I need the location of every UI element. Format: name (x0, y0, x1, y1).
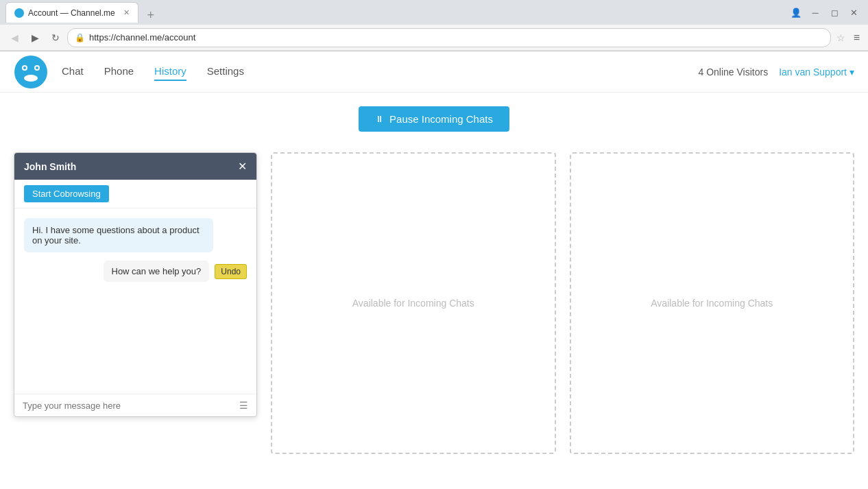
active-tab[interactable]: Account — Channel.me ✕ (5, 2, 138, 23)
bookmark-button[interactable]: ☆ (834, 32, 848, 43)
message-outgoing-area-1: How can we help you? Undo (24, 261, 247, 282)
profile-button[interactable]: 👤 (787, 5, 805, 20)
nav-link-chat[interactable]: Chat (62, 62, 84, 81)
restore-button[interactable]: ◻ (825, 5, 843, 20)
forward-button[interactable]: ▶ (26, 29, 44, 47)
nav-link-phone[interactable]: Phone (104, 62, 134, 81)
pause-incoming-chats-button[interactable]: ⏸ Pause Incoming Chats (359, 106, 509, 132)
svg-point-0 (14, 56, 47, 88)
chat-panel-john-smith: John Smith ✕ Start Cobrowsing Hi. I have… (14, 152, 257, 417)
svg-point-4 (36, 67, 38, 69)
chat-panels: John Smith ✕ Start Cobrowsing Hi. I have… (14, 152, 854, 454)
svg-point-3 (23, 67, 26, 69)
tab-favicon (14, 8, 24, 18)
message-text-0: Hi. I have some questions about a produc… (32, 225, 200, 246)
logo (14, 55, 48, 89)
title-bar: Account — Channel.me ✕ + 👤 ─ ◻ ✕ (0, 0, 868, 25)
pause-button-container: ⏸ Pause Incoming Chats (14, 106, 854, 132)
tab-close-icon[interactable]: ✕ (123, 8, 130, 17)
online-visitors-count: 4 Online Visitors (698, 67, 768, 77)
chat-input-area: ☰ (14, 394, 256, 416)
url-text: https://channel.me/account (89, 32, 823, 43)
chat-header: John Smith ✕ (14, 153, 256, 180)
window-controls: 👤 ─ ◻ ✕ (787, 5, 863, 20)
pause-button-label: Pause Incoming Chats (389, 113, 493, 125)
user-dropdown[interactable]: Ian van Support ▾ (779, 67, 854, 77)
app-container: Chat Phone History Settings 4 Online Vis… (0, 51, 868, 489)
chrome-frame: Account — Channel.me ✕ + 👤 ─ ◻ ✕ ◀ ▶ ↻ 🔒… (0, 0, 868, 51)
pause-icon: ⏸ (375, 114, 384, 124)
tab-title: Account — Channel.me (28, 8, 115, 18)
close-window-button[interactable]: ✕ (845, 5, 863, 20)
message-text-1: How can we help you? (112, 266, 202, 276)
nav-link-history[interactable]: History (154, 62, 186, 81)
dropdown-arrow-icon: ▾ (849, 67, 854, 77)
user-name: Ian van Support (779, 67, 847, 77)
new-tab-button[interactable]: + (141, 8, 160, 23)
available-slot-2: Available for Incoming Chats (570, 152, 855, 454)
undo-button[interactable]: Undo (215, 264, 247, 279)
available-slot-1-label: Available for Incoming Chats (352, 298, 474, 309)
navbar: Chat Phone History Settings 4 Online Vis… (0, 51, 868, 93)
chat-messages: Hi. I have some questions about a produc… (14, 208, 256, 394)
chat-close-button[interactable]: ✕ (238, 160, 247, 173)
message-outgoing-1: How can we help you? (104, 261, 210, 282)
format-button[interactable]: ☰ (239, 400, 248, 411)
available-slot-1: Available for Incoming Chats (271, 152, 556, 454)
nav-links: Chat Phone History Settings (62, 62, 698, 81)
address-bar: ◀ ▶ ↻ 🔒 https://channel.me/account ☆ ≡ (0, 25, 868, 51)
chat-user-name: John Smith (24, 161, 76, 172)
nav-right: 4 Online Visitors Ian van Support ▾ (698, 67, 854, 77)
back-button[interactable]: ◀ (5, 29, 23, 47)
cobrowse-button[interactable]: Start Cobrowsing (24, 185, 109, 202)
main-content: ⏸ Pause Incoming Chats John Smith ✕ Star… (0, 93, 868, 468)
refresh-button[interactable]: ↻ (47, 29, 64, 47)
minimize-button[interactable]: ─ (806, 5, 824, 20)
chat-input[interactable] (23, 401, 234, 411)
tab-area: Account — Channel.me ✕ + (5, 2, 787, 23)
chrome-menu-button[interactable]: ≡ (851, 32, 863, 44)
svg-point-5 (24, 75, 38, 82)
url-bar[interactable]: 🔒 https://channel.me/account (67, 28, 831, 47)
chat-toolbar: Start Cobrowsing (14, 180, 256, 208)
available-slot-2-label: Available for Incoming Chats (651, 298, 773, 309)
lock-icon: 🔒 (75, 33, 85, 43)
nav-link-settings[interactable]: Settings (207, 62, 244, 81)
message-incoming-0: Hi. I have some questions about a produc… (24, 218, 213, 252)
